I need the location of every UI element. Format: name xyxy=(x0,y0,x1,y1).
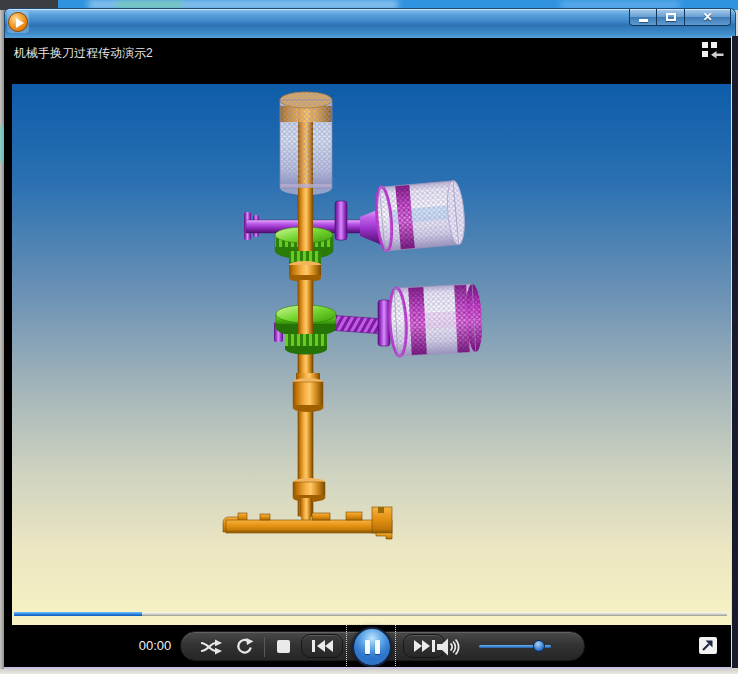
media-player-logo-icon[interactable] xyxy=(7,11,29,33)
seek-progress xyxy=(14,612,142,616)
shuffle-button[interactable] xyxy=(201,639,223,655)
pause-focus-outline xyxy=(346,624,396,668)
minimize-button[interactable] xyxy=(629,9,657,26)
upper-right-motor xyxy=(374,180,466,251)
maximize-icon xyxy=(666,13,676,21)
seek-bar[interactable] xyxy=(14,612,727,616)
window-controls: ✕ xyxy=(629,9,733,26)
stop-button[interactable] xyxy=(277,640,290,653)
lower-gear-hub xyxy=(285,334,327,355)
window-titlebar[interactable] xyxy=(4,8,736,38)
previous-icon xyxy=(312,640,333,652)
repeat-button[interactable] xyxy=(235,638,254,655)
lower-right-motor xyxy=(388,284,483,357)
play-logo-circle xyxy=(8,12,28,32)
minimize-icon xyxy=(639,19,648,22)
volume-slider-thumb[interactable] xyxy=(533,640,545,652)
switch-to-library-icon xyxy=(702,42,724,59)
divider xyxy=(264,637,265,657)
vertical-shaft-front-upper xyxy=(298,188,313,252)
desktop-bottom-strip xyxy=(0,669,738,674)
vertical-shaft-front-lower xyxy=(298,280,313,336)
volume-mute-button[interactable] xyxy=(437,637,463,657)
close-icon: ✕ xyxy=(702,11,712,23)
play-triangle-icon xyxy=(16,18,24,28)
maximize-button[interactable] xyxy=(657,9,685,26)
upper-gear-hub xyxy=(289,251,321,282)
now-playing-title: 机械手换刀过程传动演示2 xyxy=(14,45,434,61)
elapsed-time: 00:00 xyxy=(133,638,177,653)
playback-controls-bar: 00:00 xyxy=(5,625,732,668)
previous-button[interactable] xyxy=(301,634,343,658)
window-right-border xyxy=(732,36,738,668)
scene-background xyxy=(12,84,731,625)
screen: ✕ 机械手换刀过程传动演示2 xyxy=(0,0,738,674)
next-icon xyxy=(414,640,435,652)
fullscreen-icon xyxy=(700,638,716,653)
switch-to-library-button[interactable] xyxy=(702,42,724,59)
close-button[interactable]: ✕ xyxy=(685,9,731,26)
video-scene xyxy=(12,84,731,625)
fullscreen-button[interactable] xyxy=(699,637,717,654)
top-spindle-motor xyxy=(280,92,332,195)
video-display[interactable] xyxy=(12,84,731,625)
